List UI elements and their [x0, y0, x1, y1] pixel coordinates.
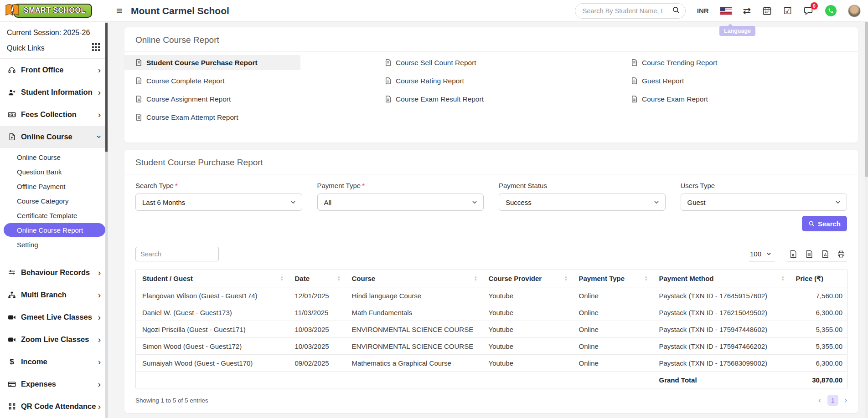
currency-label[interactable]: INR [697, 7, 709, 15]
sidebar-item-expenses[interactable]: Expenses › [0, 373, 108, 395]
whatsapp-icon[interactable] [825, 5, 837, 16]
card-title: Student Course Purchase Report [124, 150, 858, 174]
report-link-course-exam-attempt[interactable]: Course Exam Attempt Report [124, 110, 374, 125]
submenu-online-course[interactable]: Online Course [0, 150, 108, 164]
current-page-button[interactable]: 1 [827, 395, 838, 406]
sidebar-item-fees-collection[interactable]: Fees Collection › [0, 103, 108, 126]
dollar-icon: $ [7, 357, 17, 367]
pdf-export-icon[interactable] [821, 250, 829, 258]
calendar-icon[interactable] [762, 6, 772, 15]
users-type-select[interactable]: Guest [681, 194, 847, 211]
report-link-student-course-purchase[interactable]: Student Course Purchase Report [124, 55, 300, 70]
search-icon [808, 220, 815, 227]
filter-label: Payment Status [499, 182, 666, 189]
table-row[interactable]: Elangovan Wilson (Guest - Guest174)12/01… [136, 287, 847, 304]
report-link-course-sell-count[interactable]: Course Sell Count Report [374, 55, 620, 70]
sidebar-item-behaviour-records[interactable]: Behaviour Records › [0, 261, 108, 284]
table-row[interactable]: Sumaiyah Wood (Guest - Guest170)09/02/20… [136, 355, 847, 372]
search-icon[interactable] [672, 6, 680, 15]
app-root: SMART SCHOOL ≡ Mount Carmel School INR ⇄… [0, 0, 868, 418]
col-header-payment-type[interactable]: Payment Type▲▼ [573, 270, 653, 287]
table-row[interactable]: Simon Wood (Guest - Guest172)10/03/2025E… [136, 338, 847, 355]
sort-icon[interactable]: ▲▼ [280, 276, 284, 281]
app-logo[interactable]: SMART SCHOOL [0, 0, 108, 22]
report-link-course-exam[interactable]: Course Exam Report [620, 92, 858, 107]
col-header-course-provider[interactable]: Course Provider▲▼ [482, 270, 573, 287]
report-link-course-assignment[interactable]: Course Assignment Report [124, 92, 374, 107]
chevron-down-icon: › [95, 135, 103, 138]
submenu-setting[interactable]: Setting [0, 237, 108, 252]
search-type-select[interactable]: Last 6 Months [135, 194, 302, 211]
document-icon [135, 77, 142, 84]
grid-icon[interactable] [92, 43, 100, 53]
report-link-course-trending[interactable]: Course Trending Report [620, 55, 858, 70]
grand-total-row: Grand Total 30,870.00 [136, 372, 847, 388]
user-avatar[interactable] [848, 5, 861, 17]
col-header-course[interactable]: Course▲▼ [346, 270, 482, 287]
page-scrollbar-thumb[interactable] [865, 22, 868, 177]
sidebar-item-multi-branch[interactable]: Multi Branch › [0, 284, 108, 306]
sidebar-item-income[interactable]: $ Income › [0, 351, 108, 373]
sidebar-item-zoom-live-classes[interactable]: Zoom Live Classes › [0, 328, 108, 351]
document-icon [385, 59, 392, 66]
table-search-input[interactable] [135, 247, 219, 261]
submenu-question-bank[interactable]: Question Bank [0, 164, 108, 179]
submenu-online-course-report[interactable]: Online Course Report [4, 223, 105, 237]
report-link-course-exam-result[interactable]: Course Exam Result Report [374, 92, 620, 107]
next-page-button[interactable]: › [845, 397, 847, 404]
excel-export-icon[interactable] [789, 250, 797, 258]
book-logo-icon [5, 3, 20, 19]
pagination: ‹ 1 › [818, 395, 847, 406]
quick-links[interactable]: Quick Links [0, 37, 108, 58]
col-header-payment-method[interactable]: Payment Method▲▼ [653, 270, 790, 287]
search-button-row: Search [124, 211, 858, 231]
table-row[interactable]: Daniel W. (Guest - Guest173)11/03/2025Ma… [136, 304, 847, 321]
submenu-certificate-template[interactable]: Certificate Template [0, 208, 108, 223]
sort-icon[interactable]: ▲▼ [644, 276, 648, 281]
prev-page-button[interactable]: ‹ [818, 397, 821, 404]
sidebar-item-gmeet-live-classes[interactable]: Gmeet Live Classes › [0, 306, 108, 328]
page-title: Mount Carmel School [131, 5, 229, 16]
messages-icon[interactable]: 0 [803, 5, 814, 16]
submenu-course-category[interactable]: Course Category [0, 194, 108, 208]
col-header-price[interactable]: Price (₹) [790, 270, 847, 287]
page-size-select[interactable]: 100 [749, 250, 775, 261]
transfer-icon[interactable]: ⇄ [743, 6, 751, 15]
csv-export-icon[interactable] [805, 250, 813, 258]
payment-status-select[interactable]: Success [499, 194, 666, 211]
col-header-date[interactable]: Date▲▼ [289, 270, 346, 287]
table-toolbar: 100 [124, 231, 858, 261]
sort-icon[interactable]: ▲▼ [337, 276, 341, 281]
global-search-input[interactable] [583, 7, 672, 15]
payment-type-select[interactable]: All [317, 194, 484, 211]
report-link-course-complete[interactable]: Course Complete Report [124, 73, 374, 88]
report-link-guest-report[interactable]: Guest Report [620, 73, 858, 88]
table-row[interactable]: Ngozi Priscilla (Guest - Guest171)10/03/… [136, 321, 847, 338]
search-button[interactable]: Search [802, 216, 847, 231]
qr-code-icon [7, 403, 17, 410]
hamburger-icon[interactable]: ≡ [116, 5, 123, 16]
col-header-student-guest[interactable]: Student / Guest▲▼ [136, 270, 289, 287]
print-icon[interactable] [837, 250, 845, 258]
us-flag-icon[interactable] [720, 7, 732, 15]
submenu-offline-payment[interactable]: Offline Payment [0, 179, 108, 194]
video-camera-icon [7, 313, 17, 321]
sort-icon[interactable]: ▲▼ [781, 276, 785, 281]
sidebar-item-front-office[interactable]: Front Office › [0, 59, 108, 81]
chevron-down-icon [835, 199, 841, 205]
global-search[interactable] [575, 3, 686, 19]
sidebar-item-qr-code-attendance[interactable]: QR Code Attendance › [0, 395, 108, 418]
page-scrollbar[interactable] [865, 22, 868, 418]
sidebar-scrollbar-thumb[interactable] [105, 23, 108, 152]
chevron-right-icon: › [98, 268, 101, 277]
sidebar-item-online-course[interactable]: Online Course › [0, 126, 108, 148]
report-link-course-rating[interactable]: Course Rating Report [374, 73, 620, 88]
document-icon [135, 96, 142, 102]
task-check-icon[interactable]: ☑ [783, 6, 792, 15]
sort-icon[interactable]: ▲▼ [564, 276, 568, 281]
sidebar-item-student-information[interactable]: Student Information › [0, 81, 108, 103]
logo-text: SMART SCHOOL [24, 6, 86, 15]
language-tooltip: Language [719, 26, 755, 36]
sort-icon[interactable]: ▲▼ [474, 276, 477, 281]
chevron-right-icon: › [98, 110, 101, 119]
